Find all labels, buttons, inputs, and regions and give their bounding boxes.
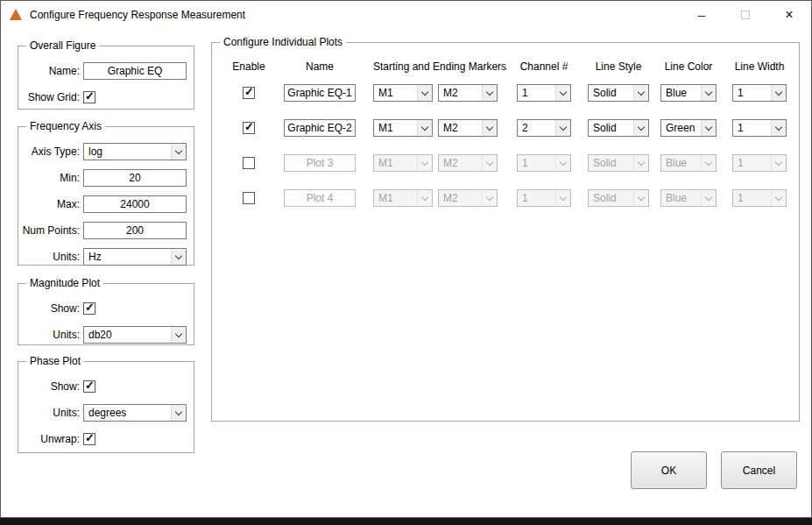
phase-show-checkbox[interactable] [83,380,95,393]
units-label: Units: [22,251,80,263]
marker-end-select[interactable]: M2 [438,189,498,207]
form-row: Num Points: [22,220,190,241]
line-color-select[interactable]: Blue [660,154,717,172]
table-header-row: Enable Name Starting and Ending Markers … [224,59,795,74]
selected-value: degrees [84,407,171,419]
line-color-select[interactable]: Blue [660,189,717,207]
line-style-select[interactable]: Solid [588,154,649,172]
marker-end-select[interactable]: M2 [438,119,498,137]
enable-cell [224,157,273,169]
phase-units-select[interactable]: degrees [83,404,187,422]
markers-cell: M1 M2 [373,189,498,207]
magnitude-show-checkbox[interactable] [83,302,95,315]
form-row: Show Grid: [22,87,190,108]
line-width-select[interactable]: 1 [732,119,787,137]
axis-type-select[interactable]: log [83,143,187,160]
plot-enable-checkbox[interactable] [243,87,255,99]
plot-enable-checkbox[interactable] [243,192,255,204]
frequency-units-select[interactable]: Hz [83,248,187,266]
marker-start-select[interactable]: M1 [373,189,433,207]
line-style-select[interactable]: Solid [588,84,649,102]
chevron-down-icon [171,405,186,421]
cancel-button[interactable]: Cancel [721,451,797,489]
num-points-input[interactable] [83,222,187,239]
chevron-down-icon [633,120,648,136]
channel-select[interactable]: 2 [517,119,571,137]
chevron-down-icon [482,85,497,101]
plot-name-input[interactable] [284,189,356,207]
column-header-line-width: Line Width [732,60,787,73]
chevron-down-icon [633,155,648,171]
chevron-down-icon [771,190,786,206]
markers-cell: M1 M2 [373,154,498,172]
max-label: Max: [22,198,80,210]
chevron-down-icon [555,120,570,136]
chevron-down-icon [482,155,497,171]
title-bar: Configure Frequency Response Measurement… [1,1,811,28]
show-label: Show: [22,380,80,393]
show-grid-label: Show Grid: [22,91,80,103]
line-style-select[interactable]: Solid [588,119,649,137]
line-width-select[interactable]: 1 [732,84,787,102]
line-width-select[interactable]: 1 [732,154,787,172]
phase-plot-group: Phase Plot Show: Units: degrees Unwrap: [18,355,194,453]
minimize-button[interactable]: – [680,1,724,28]
plot-name-input[interactable] [284,119,356,137]
figure-name-input[interactable] [83,62,187,80]
line-width-select[interactable]: 1 [732,189,787,207]
plot-name-input[interactable] [284,154,356,172]
plot-name-input[interactable] [284,84,356,102]
minimize-icon: – [698,7,705,22]
enable-cell [224,192,273,204]
selected-value: 1 [733,122,771,134]
channel-select[interactable]: 1 [517,189,571,207]
magnitude-units-select[interactable]: db20 [83,326,187,344]
selected-value: log [84,145,171,158]
chevron-down-icon [171,327,186,343]
form-row: Units: Hz [22,246,190,267]
column-header-line-style: Line Style [588,60,649,73]
line-style-select[interactable]: Solid [588,189,649,207]
frequency-axis-group: Frequency Axis Axis Type: log Min: Max: … [18,120,194,266]
selected-value: 2 [518,122,555,134]
marker-start-select[interactable]: M1 [373,154,433,172]
chevron-down-icon [555,190,570,206]
plot-enable-checkbox[interactable] [243,157,255,169]
min-input[interactable] [83,169,187,187]
magnitude-plot-group: Magnitude Plot Show: Units: db20 [18,277,194,345]
chevron-down-icon [701,190,716,206]
selected-value: 1 [733,87,771,99]
overall-figure-group: Overall Figure Name: Show Grid: [18,39,194,110]
channel-select[interactable]: 1 [517,84,571,102]
selected-value: M1 [374,87,417,99]
marker-end-select[interactable]: M2 [438,154,498,172]
ok-button[interactable]: OK [631,451,707,489]
chevron-down-icon [701,120,716,136]
marker-end-select[interactable]: M2 [438,84,498,102]
marker-start-select[interactable]: M1 [373,84,433,102]
form-row: Show: [22,376,190,397]
unwrap-checkbox[interactable] [83,433,95,445]
channel-select[interactable]: 1 [517,154,571,172]
line-color-select[interactable]: Blue [660,84,717,102]
form-row: Max: [22,194,190,215]
show-grid-checkbox[interactable] [83,91,95,103]
chevron-down-icon [633,190,648,206]
column-header-name: Name [284,60,356,73]
chevron-down-icon [771,120,786,136]
close-button[interactable]: × [767,1,811,28]
selected-value: 1 [733,192,771,204]
markers-cell: M1 M2 [373,119,498,137]
max-input[interactable] [83,195,187,213]
line-color-select[interactable]: Green [660,119,717,137]
close-icon: × [785,7,793,23]
plot-enable-checkbox[interactable] [243,122,255,134]
chevron-down-icon [701,85,716,101]
selected-value: Hz [84,251,171,263]
selected-value: M1 [374,122,417,134]
selected-value: M2 [439,122,482,134]
selected-value: M2 [439,157,482,169]
marker-start-select[interactable]: M1 [373,119,433,137]
maximize-button[interactable] [724,1,767,28]
unwrap-label: Unwrap: [22,433,80,445]
